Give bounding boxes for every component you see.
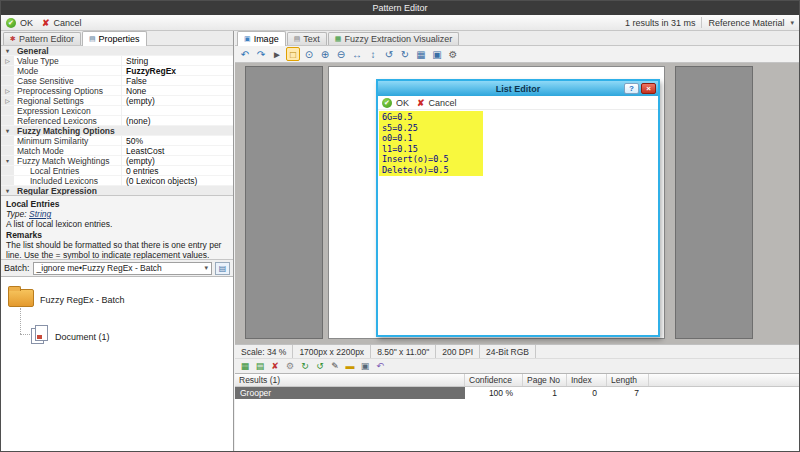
cancel-button[interactable]: Cancel [54, 18, 82, 28]
property-value[interactable]: None [122, 86, 233, 96]
property-value[interactable]: (none) [122, 116, 233, 126]
list-editor-cancel-button[interactable]: Cancel [429, 98, 457, 108]
property-value[interactable]: FuzzyRegEx [122, 66, 233, 76]
rotate-left-icon[interactable]: ↺ [382, 47, 396, 61]
right-tab[interactable]: ▣ Image [237, 31, 286, 46]
property-value[interactable]: (0 Lexicon objects) [122, 176, 233, 186]
right-tab[interactable]: ▤ Text [287, 32, 327, 45]
expander-icon[interactable] [1, 146, 14, 155]
results-body: Grooper 100 % 1 0 7 [235, 387, 799, 451]
property-row[interactable]: ▷ Value Type String [1, 56, 233, 66]
zoom-in-icon[interactable]: ⊕ [318, 47, 332, 61]
pointer-icon[interactable]: ► [270, 47, 284, 61]
tree-document-label[interactable]: Document (1) [55, 332, 110, 342]
edit-icon[interactable]: ✎ [329, 360, 341, 372]
expander-icon[interactable]: ▷ [1, 86, 14, 95]
expander-icon[interactable] [1, 116, 14, 125]
fit-width-icon[interactable]: ↔ [350, 47, 364, 61]
expander-icon[interactable] [1, 136, 14, 145]
property-row[interactable]: ▷ Preprocessing Options None [1, 86, 233, 96]
left-tab[interactable]: ▤ Properties [82, 31, 147, 46]
expander-icon[interactable]: ▷ [1, 96, 14, 105]
property-row[interactable]: Minimum Similarity 50% [1, 136, 233, 146]
save-icon[interactable]: ▣ [430, 47, 444, 61]
property-label: Local Entries [14, 166, 122, 176]
settings-icon[interactable]: ⚙ [446, 47, 460, 61]
results-column-header[interactable]: Page No [523, 374, 567, 386]
region-select-icon[interactable]: □ [286, 47, 300, 61]
batch-browse-button[interactable]: ▤ [215, 262, 230, 275]
help-button[interactable]: ? [624, 83, 639, 94]
expander-icon[interactable]: ▾ [1, 46, 14, 55]
property-row[interactable]: Mode FuzzyRegEx [1, 66, 233, 76]
undo-icon[interactable]: ↶ [374, 360, 386, 372]
highlight-icon[interactable]: ▬ [344, 360, 356, 372]
next-page-thumbnail[interactable] [675, 66, 753, 339]
help-type-value[interactable]: String [29, 209, 51, 219]
list-editor-ok-button[interactable]: OK [396, 98, 409, 108]
ok-button[interactable]: OK [20, 18, 33, 28]
results-column-header[interactable]: Confidence [465, 374, 523, 386]
property-row[interactable]: Included Lexicons (0 Lexicon objects) [1, 176, 233, 186]
property-row[interactable]: Case Sensitive False [1, 76, 233, 86]
forward-icon[interactable]: ↷ [254, 47, 268, 61]
expander-icon[interactable]: ▾ [1, 126, 14, 135]
property-value[interactable]: False [122, 76, 233, 86]
expander-icon[interactable] [1, 106, 14, 115]
results-column-header[interactable]: Results (1) [235, 374, 465, 386]
expander-icon[interactable] [1, 176, 14, 185]
property-row[interactable]: Expression Lexicon [1, 106, 233, 116]
property-row[interactable]: ▾ Regular Expression [1, 186, 233, 196]
sync-icon[interactable]: ↺ [314, 360, 326, 372]
status-segment: 24-Bit RGB [480, 345, 536, 358]
expander-icon[interactable] [1, 166, 14, 175]
property-value[interactable]: (empty) [122, 156, 233, 166]
rotate-right-icon[interactable]: ↻ [398, 47, 412, 61]
chevron-down-icon[interactable]: ▾ [790, 19, 794, 27]
left-tab[interactable]: ✱ Pattern Editor [3, 32, 81, 45]
refresh-icon[interactable]: ↻ [299, 360, 311, 372]
expander-icon[interactable]: ▾ [1, 186, 14, 195]
tree-root-label[interactable]: Fuzzy RegEx - Batch [40, 295, 125, 305]
reference-material-dropdown[interactable]: Reference Material [708, 18, 784, 28]
expander-icon[interactable] [1, 66, 14, 75]
results-column-header[interactable]: Index [567, 374, 607, 386]
fit-height-icon[interactable]: ↕ [366, 47, 380, 61]
copy-icon[interactable]: ▤ [254, 360, 266, 372]
property-value[interactable]: String [122, 56, 233, 66]
expander-icon[interactable] [1, 76, 14, 85]
zoom-out-icon[interactable]: ⊖ [334, 47, 348, 61]
property-value[interactable]: 0 entries [122, 166, 233, 176]
property-value[interactable]: (empty) [122, 96, 233, 106]
property-row[interactable]: ▾ Fuzzy Matching Options [1, 126, 233, 136]
batch-dropdown[interactable]: _ignore me•Fuzzy RegEx - Batch ▾ [33, 262, 212, 275]
property-value[interactable]: 50% [122, 136, 233, 146]
property-row[interactable]: Referenced Lexicons (none) [1, 116, 233, 126]
list-editor-titlebar[interactable]: List Editor ? × [378, 81, 658, 96]
snapshot-icon[interactable]: ▣ [359, 360, 371, 372]
close-button[interactable]: × [641, 83, 656, 94]
zoom-icon[interactable]: ⊙ [302, 47, 316, 61]
folder-icon[interactable] [8, 289, 34, 307]
image-viewer[interactable]: List Editor ? × ✔ OK ✘ Cancel 6G=0.5 s5 [235, 63, 799, 344]
settings-icon[interactable]: ⚙ [284, 360, 296, 372]
export-grid-icon[interactable]: ▦ [239, 360, 251, 372]
expander-icon[interactable]: ▷ [1, 56, 14, 65]
property-row[interactable]: ▾ General [1, 46, 233, 56]
list-editor-text-area[interactable]: 6G=0.5 s5=0.25 o0=0.1 l1=0.15 Insert(o)=… [378, 110, 658, 335]
property-value[interactable]: LeastCost [122, 146, 233, 156]
right-tab[interactable]: ▦ Fuzzy Extraction Visualizer [328, 32, 460, 45]
Grooper[interactable]: Grooper 100 % 1 0 7 [235, 387, 799, 399]
results-column-header[interactable]: Length [607, 374, 649, 386]
delete-icon[interactable]: ✘ [269, 360, 281, 372]
expander-icon[interactable]: ▾ [1, 156, 14, 165]
document-icon[interactable] [31, 325, 49, 345]
property-row[interactable]: Local Entries 0 entries [1, 166, 233, 176]
previous-page-thumbnail[interactable] [245, 66, 323, 339]
property-row[interactable]: ▾ Fuzzy Match Weightings (empty) [1, 156, 233, 166]
property-row[interactable]: Match Mode LeastCost [1, 146, 233, 156]
back-icon[interactable]: ↶ [238, 47, 252, 61]
property-row[interactable]: ▷ Regional Settings (empty) [1, 96, 233, 106]
lexicon-entries[interactable]: 6G=0.5 s5=0.25 o0=0.1 l1=0.15 Insert(o)=… [379, 111, 483, 176]
thumbnails-icon[interactable]: ▦ [414, 47, 428, 61]
